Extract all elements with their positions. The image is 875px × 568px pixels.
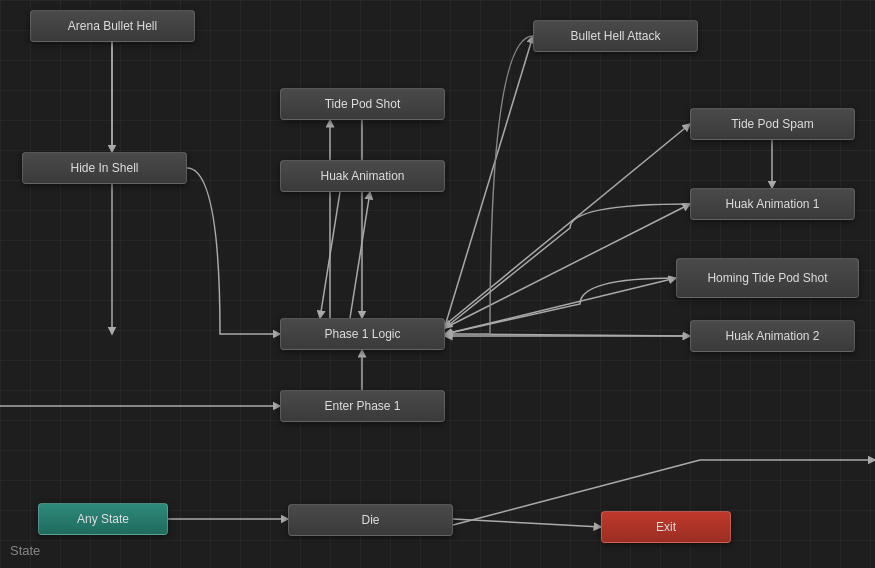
node-huak_anim_1[interactable]: Huak Animation 1 xyxy=(690,188,855,220)
node-huak_anim[interactable]: Huak Animation xyxy=(280,160,445,192)
node-arena[interactable]: Arena Bullet Hell xyxy=(30,10,195,42)
node-any_state[interactable]: Any State xyxy=(38,503,168,535)
node-bullet_hell_attack[interactable]: Bullet Hell Attack xyxy=(533,20,698,52)
node-homing_tide[interactable]: Homing Tide Pod Shot xyxy=(676,258,859,298)
node-huak_anim_2[interactable]: Huak Animation 2 xyxy=(690,320,855,352)
node-die[interactable]: Die xyxy=(288,504,453,536)
node-phase1_logic[interactable]: Phase 1 Logic xyxy=(280,318,445,350)
node-tide_pod_spam[interactable]: Tide Pod Spam xyxy=(690,108,855,140)
node-hide_in_shell[interactable]: Hide In Shell xyxy=(22,152,187,184)
node-tide_pod_shot[interactable]: Tide Pod Shot xyxy=(280,88,445,120)
node-exit[interactable]: Exit xyxy=(601,511,731,543)
node-enter_phase1[interactable]: Enter Phase 1 xyxy=(280,390,445,422)
state-label: State xyxy=(10,543,40,558)
